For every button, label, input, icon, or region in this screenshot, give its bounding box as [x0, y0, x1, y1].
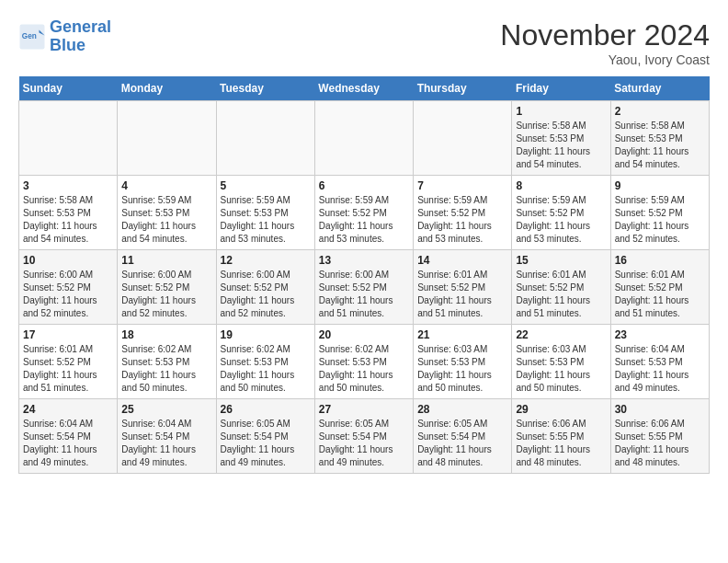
weekday-header-row: SundayMondayTuesdayWednesdayThursdayFrid… [19, 76, 710, 101]
week-row-5: 24Sunrise: 6:04 AM Sunset: 5:54 PM Dayli… [19, 399, 710, 474]
calendar-cell: 22Sunrise: 6:03 AM Sunset: 5:53 PM Dayli… [512, 325, 610, 399]
weekday-header-tuesday: Tuesday [216, 76, 314, 101]
calendar-cell: 2Sunrise: 5:58 AM Sunset: 5:53 PM Daylig… [610, 101, 709, 176]
calendar-cell: 15Sunrise: 6:01 AM Sunset: 5:52 PM Dayli… [512, 250, 610, 325]
day-info: Sunrise: 5:59 AM Sunset: 5:52 PM Dayligh… [319, 194, 409, 246]
day-info: Sunrise: 6:05 AM Sunset: 5:54 PM Dayligh… [221, 418, 311, 469]
calendar-cell: 18Sunrise: 6:02 AM Sunset: 5:53 PM Dayli… [118, 325, 216, 399]
logo-text: General Blue [50, 18, 111, 55]
day-info: Sunrise: 6:00 AM Sunset: 5:52 PM Dayligh… [23, 269, 113, 320]
day-info: Sunrise: 5:58 AM Sunset: 5:53 PM Dayligh… [516, 120, 606, 171]
calendar-cell: 26Sunrise: 6:05 AM Sunset: 5:54 PM Dayli… [216, 399, 314, 474]
day-number: 8 [516, 179, 606, 192]
day-number: 6 [319, 179, 409, 192]
day-info: Sunrise: 6:05 AM Sunset: 5:54 PM Dayligh… [417, 418, 507, 469]
calendar-cell: 16Sunrise: 6:01 AM Sunset: 5:52 PM Dayli… [610, 250, 709, 325]
day-number: 23 [615, 328, 705, 341]
calendar-cell: 8Sunrise: 5:59 AM Sunset: 5:52 PM Daylig… [512, 176, 610, 250]
day-number: 12 [221, 254, 311, 267]
day-info: Sunrise: 6:05 AM Sunset: 5:54 PM Dayligh… [319, 418, 409, 469]
day-info: Sunrise: 6:01 AM Sunset: 5:52 PM Dayligh… [23, 343, 113, 395]
calendar-cell: 30Sunrise: 6:06 AM Sunset: 5:55 PM Dayli… [610, 399, 709, 474]
day-info: Sunrise: 5:59 AM Sunset: 5:52 PM Dayligh… [615, 194, 705, 246]
day-info: Sunrise: 5:58 AM Sunset: 5:53 PM Dayligh… [615, 120, 705, 171]
day-number: 17 [23, 328, 113, 341]
calendar-cell [19, 101, 118, 176]
day-info: Sunrise: 6:06 AM Sunset: 5:55 PM Dayligh… [615, 418, 705, 469]
page-header: Gen General Blue November 2024 Yaou, Ivo… [18, 18, 710, 67]
week-row-1: 1Sunrise: 5:58 AM Sunset: 5:53 PM Daylig… [19, 101, 710, 176]
week-row-4: 17Sunrise: 6:01 AM Sunset: 5:52 PM Dayli… [19, 325, 710, 399]
day-number: 10 [23, 254, 113, 267]
week-row-3: 10Sunrise: 6:00 AM Sunset: 5:52 PM Dayli… [19, 250, 710, 325]
day-number: 14 [417, 254, 507, 267]
calendar-cell: 11Sunrise: 6:00 AM Sunset: 5:52 PM Dayli… [118, 250, 216, 325]
logo: Gen General Blue [18, 18, 111, 55]
location-subtitle: Yaou, Ivory Coast [500, 52, 710, 67]
calendar-cell: 27Sunrise: 6:05 AM Sunset: 5:54 PM Dayli… [314, 399, 413, 474]
day-number: 20 [319, 328, 409, 341]
day-info: Sunrise: 6:04 AM Sunset: 5:54 PM Dayligh… [23, 418, 113, 469]
weekday-header-friday: Friday [512, 76, 610, 101]
day-number: 4 [121, 179, 211, 192]
day-number: 22 [516, 328, 606, 341]
day-info: Sunrise: 6:04 AM Sunset: 5:53 PM Dayligh… [615, 343, 705, 395]
day-info: Sunrise: 6:02 AM Sunset: 5:53 PM Dayligh… [121, 343, 211, 395]
day-info: Sunrise: 6:01 AM Sunset: 5:52 PM Dayligh… [615, 269, 705, 320]
day-number: 28 [417, 403, 507, 416]
day-number: 29 [516, 403, 606, 416]
day-number: 3 [23, 179, 113, 192]
calendar-cell [414, 101, 512, 176]
calendar-cell: 17Sunrise: 6:01 AM Sunset: 5:52 PM Dayli… [19, 325, 118, 399]
day-number: 9 [615, 179, 705, 192]
day-info: Sunrise: 6:00 AM Sunset: 5:52 PM Dayligh… [319, 269, 409, 320]
day-info: Sunrise: 5:59 AM Sunset: 5:53 PM Dayligh… [121, 194, 211, 246]
day-info: Sunrise: 6:03 AM Sunset: 5:53 PM Dayligh… [516, 343, 606, 395]
week-row-2: 3Sunrise: 5:58 AM Sunset: 5:53 PM Daylig… [19, 176, 710, 250]
day-number: 11 [121, 254, 211, 267]
day-info: Sunrise: 5:58 AM Sunset: 5:53 PM Dayligh… [23, 194, 113, 246]
day-info: Sunrise: 6:02 AM Sunset: 5:53 PM Dayligh… [221, 343, 311, 395]
calendar-cell: 29Sunrise: 6:06 AM Sunset: 5:55 PM Dayli… [512, 399, 610, 474]
weekday-header-sunday: Sunday [19, 76, 118, 101]
day-info: Sunrise: 6:00 AM Sunset: 5:52 PM Dayligh… [221, 269, 311, 320]
calendar-cell: 10Sunrise: 6:00 AM Sunset: 5:52 PM Dayli… [19, 250, 118, 325]
weekday-header-wednesday: Wednesday [314, 76, 413, 101]
month-title: November 2024 [500, 18, 710, 52]
day-number: 27 [319, 403, 409, 416]
day-info: Sunrise: 5:59 AM Sunset: 5:53 PM Dayligh… [221, 194, 311, 246]
calendar-cell: 9Sunrise: 5:59 AM Sunset: 5:52 PM Daylig… [610, 176, 709, 250]
calendar-cell: 24Sunrise: 6:04 AM Sunset: 5:54 PM Dayli… [19, 399, 118, 474]
title-block: November 2024 Yaou, Ivory Coast [500, 18, 710, 67]
calendar-cell: 1Sunrise: 5:58 AM Sunset: 5:53 PM Daylig… [512, 101, 610, 176]
calendar-cell: 21Sunrise: 6:03 AM Sunset: 5:53 PM Dayli… [414, 325, 512, 399]
calendar-cell [216, 101, 314, 176]
day-info: Sunrise: 6:01 AM Sunset: 5:52 PM Dayligh… [516, 269, 606, 320]
calendar-table: SundayMondayTuesdayWednesdayThursdayFrid… [18, 76, 710, 474]
calendar-cell: 3Sunrise: 5:58 AM Sunset: 5:53 PM Daylig… [19, 176, 118, 250]
day-number: 25 [121, 403, 211, 416]
calendar-cell: 23Sunrise: 6:04 AM Sunset: 5:53 PM Dayli… [610, 325, 709, 399]
day-info: Sunrise: 6:06 AM Sunset: 5:55 PM Dayligh… [516, 418, 606, 469]
calendar-cell: 19Sunrise: 6:02 AM Sunset: 5:53 PM Dayli… [216, 325, 314, 399]
day-info: Sunrise: 6:00 AM Sunset: 5:52 PM Dayligh… [121, 269, 211, 320]
calendar-cell: 5Sunrise: 5:59 AM Sunset: 5:53 PM Daylig… [216, 176, 314, 250]
day-number: 30 [615, 403, 705, 416]
weekday-header-thursday: Thursday [414, 76, 512, 101]
day-number: 7 [417, 179, 507, 192]
calendar-cell: 25Sunrise: 6:04 AM Sunset: 5:54 PM Dayli… [118, 399, 216, 474]
calendar-cell: 6Sunrise: 5:59 AM Sunset: 5:52 PM Daylig… [314, 176, 413, 250]
day-number: 16 [615, 254, 705, 267]
calendar-cell: 12Sunrise: 6:00 AM Sunset: 5:52 PM Dayli… [216, 250, 314, 325]
svg-text:Gen: Gen [22, 31, 37, 40]
weekday-header-saturday: Saturday [610, 76, 709, 101]
day-info: Sunrise: 6:02 AM Sunset: 5:53 PM Dayligh… [319, 343, 409, 395]
calendar-cell: 13Sunrise: 6:00 AM Sunset: 5:52 PM Dayli… [314, 250, 413, 325]
calendar-cell: 20Sunrise: 6:02 AM Sunset: 5:53 PM Dayli… [314, 325, 413, 399]
day-number: 5 [221, 179, 311, 192]
day-number: 19 [221, 328, 311, 341]
day-info: Sunrise: 6:03 AM Sunset: 5:53 PM Dayligh… [417, 343, 507, 395]
calendar-cell [118, 101, 216, 176]
day-number: 1 [516, 105, 606, 118]
day-info: Sunrise: 5:59 AM Sunset: 5:52 PM Dayligh… [516, 194, 606, 246]
